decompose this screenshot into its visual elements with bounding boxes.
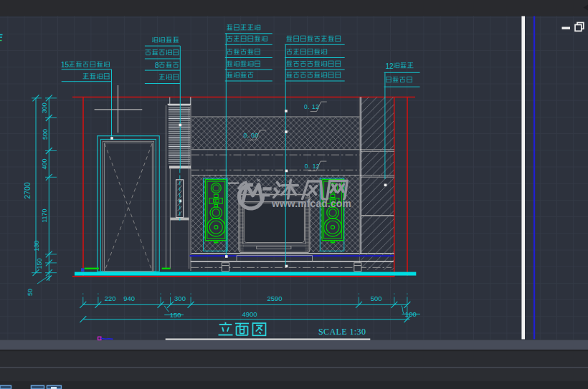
svg-text:15: 15 bbox=[61, 61, 70, 69]
svg-text:2590: 2590 bbox=[267, 294, 282, 302]
svg-text:500: 500 bbox=[371, 294, 382, 302]
svg-text:0. 12: 0. 12 bbox=[305, 163, 320, 170]
svg-text:150: 150 bbox=[36, 258, 43, 269]
svg-text:2700: 2700 bbox=[23, 182, 32, 199]
svg-text:0. 12: 0. 12 bbox=[304, 103, 319, 110]
svg-text:130: 130 bbox=[34, 241, 41, 251]
svg-text:4900: 4900 bbox=[242, 310, 257, 318]
svg-text:50: 50 bbox=[27, 289, 34, 296]
svg-text:8: 8 bbox=[155, 62, 159, 69]
svg-text:300: 300 bbox=[174, 294, 186, 302]
svg-text:300: 300 bbox=[42, 102, 49, 113]
svg-text:220: 220 bbox=[105, 294, 116, 302]
svg-text:www.mfcad.com: www.mfcad.com bbox=[271, 198, 351, 209]
svg-text:500: 500 bbox=[42, 129, 49, 140]
svg-text:940: 940 bbox=[123, 294, 135, 302]
svg-text:12: 12 bbox=[386, 62, 394, 70]
svg-text:150: 150 bbox=[170, 311, 181, 319]
svg-text:SCALE 1:30: SCALE 1:30 bbox=[318, 327, 366, 337]
svg-text:400: 400 bbox=[42, 158, 49, 169]
svg-text:1170: 1170 bbox=[42, 208, 49, 222]
